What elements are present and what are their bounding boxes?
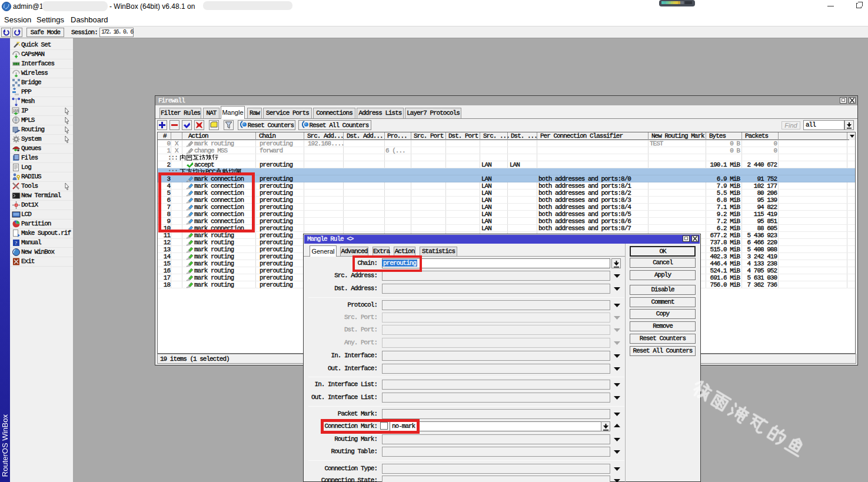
svg-text:155: 155: [13, 109, 19, 112]
svg-text:?: ?: [15, 240, 17, 246]
